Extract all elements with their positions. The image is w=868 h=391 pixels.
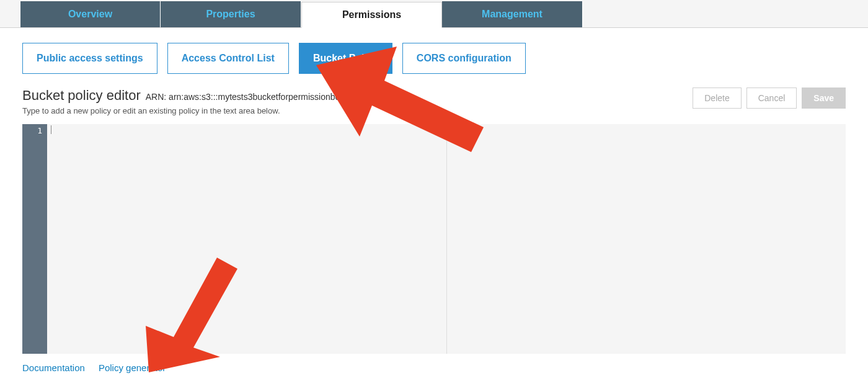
tab-overview[interactable]: Overview xyxy=(20,1,161,27)
subtab-cors-configuration[interactable]: CORS configuration xyxy=(402,43,526,74)
subtab-bucket-policy[interactable]: Bucket Policy xyxy=(299,43,392,74)
delete-button[interactable]: Delete xyxy=(693,88,741,109)
line-number: 1 xyxy=(22,125,42,137)
bottom-links: Documentation Policy generator xyxy=(0,354,868,373)
editor-hint: Type to add a new policy or edit an exis… xyxy=(22,106,340,115)
save-button[interactable]: Save xyxy=(802,88,846,109)
editor-arn: ARN: arn:aws:s3:::mytests3bucketforpermi… xyxy=(146,92,340,102)
subtab-public-access-settings[interactable]: Public access settings xyxy=(22,43,157,74)
policy-generator-link[interactable]: Policy generator xyxy=(99,362,166,373)
cancel-button[interactable]: Cancel xyxy=(746,88,797,109)
text-cursor xyxy=(51,125,51,134)
policy-code-editor: 1 xyxy=(22,124,846,354)
documentation-link[interactable]: Documentation xyxy=(22,362,85,373)
subtab-access-control-list[interactable]: Access Control List xyxy=(167,43,289,74)
top-tabs: Overview Properties Permissions Manageme… xyxy=(0,0,868,28)
tab-permissions[interactable]: Permissions xyxy=(301,2,442,28)
editor-header: Bucket policy editor ARN: arn:aws:s3:::m… xyxy=(0,74,868,115)
tab-management[interactable]: Management xyxy=(442,1,583,27)
editor-title: Bucket policy editor xyxy=(22,88,141,104)
editor-title-block: Bucket policy editor ARN: arn:aws:s3:::m… xyxy=(22,88,340,115)
tab-properties[interactable]: Properties xyxy=(161,1,301,27)
editor-actions: Delete Cancel Save xyxy=(693,88,846,109)
editor-split-divider xyxy=(446,124,447,354)
sub-tabs: Public access settings Access Control Li… xyxy=(0,28,868,74)
line-gutter: 1 xyxy=(22,124,47,354)
